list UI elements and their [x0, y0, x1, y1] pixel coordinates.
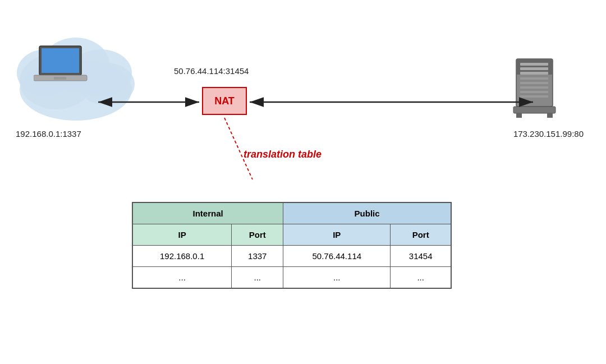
col-public: Public: [283, 202, 451, 224]
svg-rect-17: [520, 86, 548, 89]
svg-rect-18: [520, 91, 548, 93]
svg-rect-12: [520, 63, 548, 66]
nat-table: Internal Public IP Port IP Port 192.168.…: [132, 202, 452, 289]
nat-table-wrapper: Internal Public IP Port IP Port 192.168.…: [132, 202, 452, 289]
table-cell-public_ip: ...: [283, 267, 391, 289]
table-row: ............: [132, 267, 451, 289]
sub-public-ip: IP: [283, 224, 391, 246]
svg-rect-15: [520, 77, 548, 80]
table-cell-public_port: 31454: [391, 246, 451, 267]
col-internal: Internal: [132, 202, 283, 224]
svg-rect-9: [54, 77, 66, 80]
table-cell-internal_port: 1337: [232, 246, 283, 267]
table-row: 192.168.0.1133750.76.44.11431454: [132, 246, 451, 267]
nat-box: NAT: [202, 87, 247, 115]
svg-rect-14: [520, 72, 548, 75]
svg-rect-22: [547, 113, 553, 118]
translation-table-label: translation table: [244, 149, 322, 160]
table-cell-internal_ip: ...: [132, 267, 232, 289]
svg-rect-20: [513, 107, 556, 113]
sub-internal-ip: IP: [132, 224, 232, 246]
nat-ip-label: 50.76.44.114:31454: [174, 66, 249, 76]
server-ip-label: 173.230.151.99:80: [513, 129, 584, 139]
table-cell-internal_port: ...: [232, 267, 283, 289]
sub-public-port: Port: [391, 224, 451, 246]
laptop-icon: [34, 45, 95, 95]
laptop-ip-label: 192.168.0.1:1337: [16, 129, 81, 139]
server-icon: [508, 56, 561, 120]
table-cell-public_ip: 50.76.44.114: [283, 246, 391, 267]
svg-rect-19: [520, 95, 548, 98]
diagram-area: 192.168.0.1:1337 NAT 50.76.44.114:31454: [0, 0, 606, 364]
sub-internal-port: Port: [232, 224, 283, 246]
svg-rect-16: [520, 82, 548, 84]
svg-rect-7: [42, 48, 79, 73]
svg-rect-21: [516, 113, 522, 118]
table-cell-internal_ip: 192.168.0.1: [132, 246, 232, 267]
svg-rect-13: [520, 67, 548, 70]
nat-label: NAT: [214, 95, 235, 107]
table-cell-public_port: ...: [391, 267, 451, 289]
